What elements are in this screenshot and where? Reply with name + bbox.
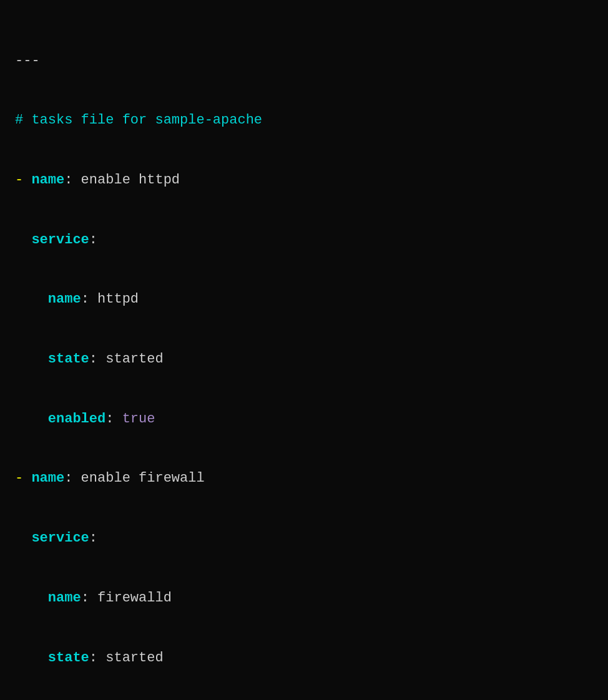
line-task2-state: state: started bbox=[15, 648, 593, 668]
line-task1-state: state: started bbox=[15, 349, 593, 369]
line-comment: # tasks file for sample-apache bbox=[15, 110, 593, 130]
line-task2-name-val: name: firewalld bbox=[15, 588, 593, 608]
line-task1-enabled: enabled: true bbox=[15, 409, 593, 429]
line-task2-service: service: bbox=[15, 528, 593, 548]
code-editor: --- # tasks file for sample-apache - nam… bbox=[15, 11, 593, 700]
line-task2-name-dash: - name: enable firewall bbox=[15, 469, 593, 489]
line-task1-service: service: bbox=[15, 230, 593, 250]
line-task1-name-val: name: httpd bbox=[15, 289, 593, 309]
line-dashes: --- bbox=[15, 51, 593, 71]
line-task1-name-dash: - name: enable httpd bbox=[15, 170, 593, 190]
